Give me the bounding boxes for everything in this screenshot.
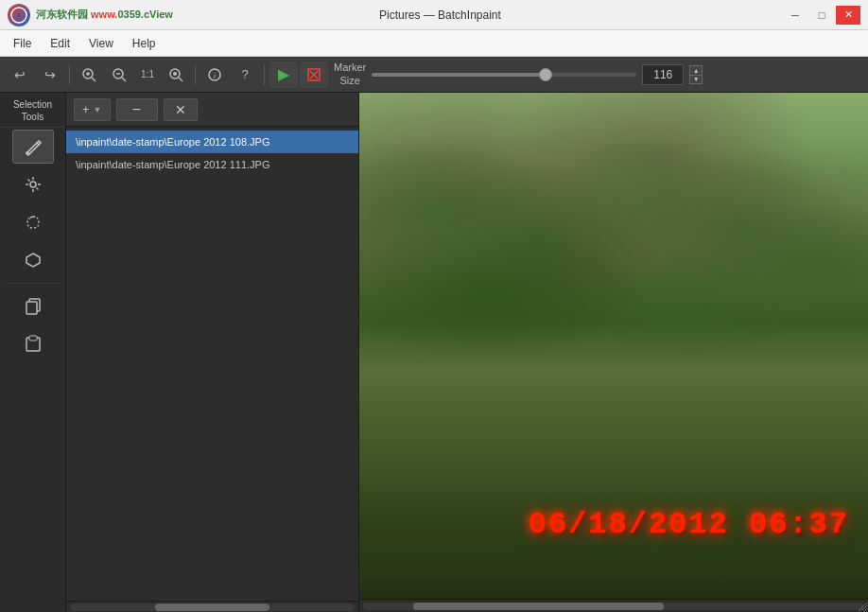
hscroll-thumb[interactable] bbox=[155, 603, 269, 611]
menu-file[interactable]: File bbox=[6, 34, 39, 53]
stop-button[interactable] bbox=[300, 61, 328, 88]
selection-tools-label: SelectionTools bbox=[0, 93, 65, 128]
zoom-in-button[interactable] bbox=[75, 61, 103, 88]
marker-slider[interactable] bbox=[372, 73, 636, 77]
spinner-down[interactable]: ▼ bbox=[689, 75, 703, 84]
mountain-background: 06/18/2012 06:37 bbox=[359, 93, 868, 599]
menubar: File Edit View Help bbox=[0, 30, 868, 57]
svg-point-24 bbox=[30, 182, 36, 187]
marker-slider-container[interactable] bbox=[372, 73, 636, 77]
undo-button[interactable]: ↩ bbox=[6, 61, 34, 88]
zoom-out-button[interactable] bbox=[105, 61, 133, 88]
svg-line-7 bbox=[122, 78, 126, 81]
maximize-button[interactable]: □ bbox=[809, 6, 834, 25]
polygon-button[interactable] bbox=[12, 243, 54, 277]
menu-help[interactable]: Help bbox=[125, 34, 164, 53]
lasso-button[interactable] bbox=[12, 205, 54, 239]
zoom-100-button[interactable]: 1:1 bbox=[135, 61, 160, 88]
vegetation-overlay bbox=[359, 144, 868, 473]
titlebar: 河东软件园 www.0359.cView Pictures — BatchInp… bbox=[0, 0, 868, 30]
app-logo bbox=[8, 4, 30, 26]
redo-button[interactable]: ↪ bbox=[36, 61, 64, 88]
help-button[interactable]: ? bbox=[231, 61, 259, 88]
svg-marker-25 bbox=[26, 254, 40, 267]
clear-files-button[interactable]: ✕ bbox=[164, 98, 198, 121]
toolbar-sep-2 bbox=[195, 64, 196, 85]
paste-button[interactable] bbox=[12, 327, 54, 361]
main-area: SelectionTools bbox=[0, 93, 868, 612]
file-item-0[interactable]: \inpaint\date-stamp\Europe 2012 108.JPG bbox=[66, 131, 358, 153]
img-hscroll-thumb[interactable] bbox=[413, 603, 664, 610]
file-item-1[interactable]: \inpaint\date-stamp\Europe 2012 111.JPG bbox=[66, 153, 358, 176]
resize-grip[interactable] bbox=[855, 599, 868, 612]
tools-separator bbox=[6, 283, 60, 284]
run-button[interactable]: ▶ bbox=[269, 61, 298, 88]
dropdown-arrow-icon: ▼ bbox=[94, 105, 102, 114]
menu-edit[interactable]: Edit bbox=[43, 34, 78, 53]
magic-wand-button[interactable] bbox=[12, 167, 54, 201]
info-button[interactable]: i bbox=[200, 61, 229, 88]
window-title: Pictures — BatchInpaint bbox=[97, 9, 783, 22]
svg-point-17 bbox=[26, 151, 29, 155]
file-list: \inpaint\date-stamp\Europe 2012 108.JPG … bbox=[66, 127, 358, 601]
minimize-button[interactable]: ─ bbox=[783, 6, 807, 25]
img-hscroll-track[interactable] bbox=[363, 603, 864, 610]
svg-rect-27 bbox=[26, 302, 37, 314]
svg-line-30 bbox=[861, 605, 867, 611]
svg-rect-29 bbox=[29, 336, 37, 341]
marker-size-label: MarkerSize bbox=[334, 61, 366, 86]
image-area: 06/18/2012 06:37 bbox=[359, 93, 868, 612]
file-toolbar: + ▼ − ✕ bbox=[66, 93, 358, 127]
brush-tool-button[interactable] bbox=[12, 130, 54, 164]
add-file-button[interactable]: + ▼ bbox=[74, 98, 111, 121]
marker-spinner[interactable]: ▲ ▼ bbox=[689, 65, 703, 84]
add-icon: + bbox=[82, 102, 90, 116]
toolbar-sep-3 bbox=[264, 64, 265, 85]
toolbar-sep-1 bbox=[69, 64, 70, 85]
svg-point-1 bbox=[17, 13, 21, 17]
marker-slider-thumb[interactable] bbox=[539, 68, 552, 81]
svg-line-3 bbox=[92, 78, 95, 81]
menu-view[interactable]: View bbox=[81, 34, 121, 53]
image-canvas: 06/18/2012 06:37 bbox=[359, 93, 868, 599]
file-hscrollbar[interactable] bbox=[66, 601, 358, 612]
svg-line-22 bbox=[27, 180, 29, 182]
marker-slider-track bbox=[372, 73, 544, 77]
left-panel: SelectionTools bbox=[0, 93, 66, 612]
close-button[interactable]: ✕ bbox=[836, 6, 860, 25]
remove-file-button[interactable]: − bbox=[116, 98, 158, 121]
svg-point-11 bbox=[173, 72, 177, 76]
hscroll-track[interactable] bbox=[70, 603, 355, 611]
svg-text:i: i bbox=[214, 71, 217, 80]
svg-line-31 bbox=[864, 608, 867, 611]
date-stamp: 06/18/2012 06:37 bbox=[529, 507, 849, 542]
toolbar: ↩ ↪ 1:1 i ? ▶ bbox=[0, 57, 868, 93]
marker-value[interactable]: 116 bbox=[642, 64, 684, 85]
copy-button[interactable] bbox=[12, 289, 54, 323]
marker-section: MarkerSize 116 ▲ ▼ bbox=[334, 61, 703, 86]
image-hscrollbar[interactable] bbox=[359, 599, 868, 612]
window-controls: ─ □ ✕ bbox=[783, 6, 860, 25]
svg-line-23 bbox=[36, 188, 38, 190]
svg-line-10 bbox=[179, 78, 182, 81]
spinner-up[interactable]: ▲ bbox=[689, 65, 703, 75]
zoom-fit-button[interactable] bbox=[162, 61, 190, 88]
file-panel: + ▼ − ✕ \inpaint\date-stamp\Europe 2012 … bbox=[66, 93, 359, 612]
